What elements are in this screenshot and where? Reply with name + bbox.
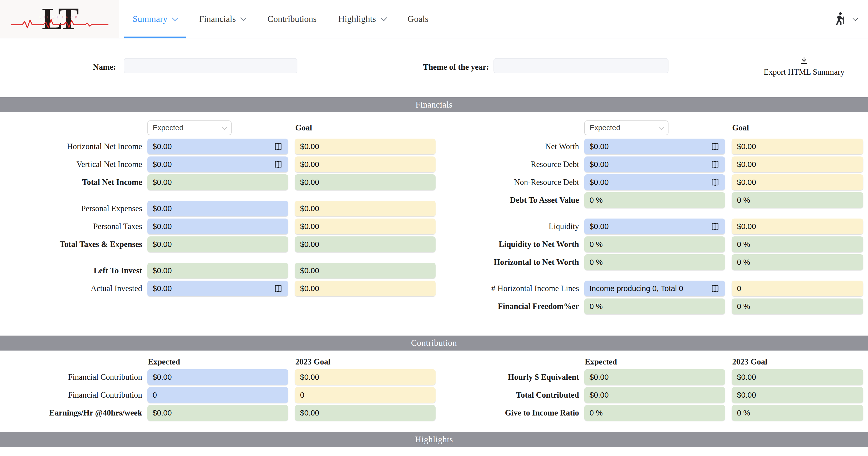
- goal-value-field[interactable]: $0.00: [732, 139, 863, 154]
- field-value: 0 %: [737, 302, 750, 311]
- app-logo[interactable]: LT LIFETRACK: [0, 0, 119, 38]
- field-value: $0.00: [590, 178, 609, 187]
- rows-container: Horizontal Net Income$0.00$0.00Vertical …: [5, 139, 436, 296]
- field-value: $0.00: [590, 142, 609, 151]
- field-value: $0.00: [737, 391, 756, 399]
- summary-row: Debt To Asset Value0 %0 %: [447, 192, 863, 208]
- chevron-down-icon: [380, 14, 387, 21]
- field-value: $0.00: [153, 266, 172, 275]
- expected-value-field[interactable]: $0.00: [147, 201, 288, 217]
- field-value: $0.00: [300, 142, 319, 151]
- row-label: Hourly $ Equivalent: [447, 372, 579, 382]
- goal-value-field[interactable]: $0.00: [732, 157, 863, 172]
- summary-row: Vertical Net Income$0.00$0.00: [5, 157, 436, 172]
- field-value: $0.00: [300, 240, 319, 249]
- row-label: Actual Invested: [5, 284, 142, 293]
- logo-subtext: LIFETRACK: [39, 15, 80, 19]
- chevron-down-icon: [852, 15, 859, 21]
- goal-value-field[interactable]: $0.00: [732, 219, 863, 234]
- expected-value-field[interactable]: $0.00: [584, 157, 725, 172]
- summary-row: Liquidity$0.00$0.00: [447, 219, 863, 234]
- goal-value-field: $0.00: [295, 174, 436, 190]
- row-label: Financial Freedom%er: [447, 302, 579, 311]
- book-icon[interactable]: [274, 160, 283, 169]
- theme-of-year-input[interactable]: [494, 58, 669, 73]
- expected-value-field[interactable]: $0.00: [147, 157, 288, 172]
- field-value: Income producing 0, Total 0: [590, 284, 683, 293]
- summary-row: Financial Contribution$0.00$0.00: [5, 369, 436, 385]
- export-html-summary-button[interactable]: Export HTML Summary: [761, 56, 847, 77]
- book-icon[interactable]: [710, 177, 720, 187]
- expected-value-field[interactable]: $0.00: [584, 139, 725, 154]
- summary-row: Give to Income Ratio0 %0 %: [447, 405, 863, 421]
- nav-item-financials[interactable]: Financials: [198, 0, 247, 38]
- scenario-select-right[interactable]: Expected: [584, 121, 669, 135]
- rows-container: Financial Contribution$0.00$0.00Financia…: [5, 369, 436, 421]
- field-value: 0 %: [737, 240, 750, 249]
- goal-value-field[interactable]: $0.00: [295, 157, 436, 172]
- row-label: Personal Taxes: [5, 222, 142, 231]
- goal-value-field: $0.00: [295, 405, 436, 421]
- book-icon[interactable]: [710, 142, 720, 151]
- expected-value-field[interactable]: Income producing 0, Total 0: [584, 281, 725, 296]
- expected-value-field[interactable]: $0.00: [147, 281, 288, 296]
- chevron-down-icon: [172, 14, 178, 21]
- field-value: $0.00: [300, 222, 319, 231]
- expected-value-field[interactable]: $0.00: [147, 219, 288, 234]
- user-menu[interactable]: [834, 0, 858, 38]
- goal-value-field[interactable]: $0.00: [295, 139, 436, 154]
- book-icon[interactable]: [710, 160, 720, 169]
- goal-value-field: 0 %: [732, 405, 863, 421]
- field-value: 0: [153, 391, 157, 399]
- expected-value-field: $0.00: [147, 405, 288, 421]
- goal-value-field[interactable]: $0.00: [295, 369, 436, 385]
- goal-value-field[interactable]: 0: [295, 387, 436, 403]
- field-value: 0 %: [590, 258, 603, 267]
- book-icon[interactable]: [274, 142, 283, 151]
- summary-row: Personal Taxes$0.00$0.00: [5, 219, 436, 234]
- download-icon: [799, 56, 809, 65]
- scenario-select-left[interactable]: Expected: [147, 121, 231, 135]
- rows-container: Net Worth$0.00$0.00Resource Debt$0.00$0.…: [447, 139, 863, 314]
- name-input[interactable]: [124, 58, 298, 73]
- summary-row: Financial Freedom%er0 %0 %: [447, 298, 863, 314]
- export-label: Export HTML Summary: [761, 67, 847, 77]
- goal-value-field[interactable]: $0.00: [295, 219, 436, 234]
- goal-value-field[interactable]: $0.00: [295, 201, 436, 217]
- book-icon[interactable]: [710, 222, 720, 231]
- nav-item-contributions[interactable]: Contributions: [266, 0, 318, 38]
- logo-wrap: LT LIFETRACK: [16, 2, 103, 36]
- field-value: $0.00: [590, 222, 609, 231]
- nav-item-label: Goals: [408, 14, 429, 24]
- summary-row: Financial Contribution00: [5, 387, 436, 403]
- book-icon[interactable]: [710, 284, 720, 293]
- field-value: 0 %: [737, 409, 750, 417]
- goal-value-field: $0.00: [295, 263, 436, 279]
- nav-item-summary[interactable]: Summary: [132, 0, 179, 38]
- column-head: Expected Goal: [447, 121, 863, 135]
- goal-value-field[interactable]: $0.00: [732, 174, 863, 190]
- goal-value-field[interactable]: $0.00: [295, 281, 436, 296]
- expected-value-field[interactable]: 0: [147, 387, 288, 403]
- expected-value-field[interactable]: $0.00: [147, 139, 288, 154]
- expected-value-field: 0 %: [584, 405, 725, 421]
- book-icon[interactable]: [274, 284, 283, 293]
- row-label: Total Contributed: [447, 391, 579, 399]
- field-value: $0.00: [153, 284, 172, 293]
- expected-value-field[interactable]: $0.00: [584, 219, 725, 234]
- summary-row: Personal Expenses$0.00$0.00: [5, 201, 436, 217]
- nav-item-highlights[interactable]: Highlights: [337, 0, 387, 38]
- field-value: $0.00: [737, 160, 756, 169]
- row-label: Total Taxes & Expenses: [5, 240, 142, 249]
- field-value: $0.00: [300, 409, 319, 417]
- expected-value-field[interactable]: $0.00: [584, 174, 725, 190]
- expected-value-field[interactable]: $0.00: [147, 369, 288, 385]
- select-value: Expected: [590, 124, 620, 132]
- summary-row: Horizontal Net Income$0.00$0.00: [5, 139, 436, 154]
- field-value: $0.00: [300, 178, 319, 187]
- nav-item-goals[interactable]: Goals: [407, 0, 430, 38]
- field-value: $0.00: [590, 373, 609, 382]
- field-value: $0.00: [590, 160, 609, 169]
- goal-value-field[interactable]: 0: [732, 281, 863, 296]
- expected-value-field: $0.00: [584, 387, 725, 403]
